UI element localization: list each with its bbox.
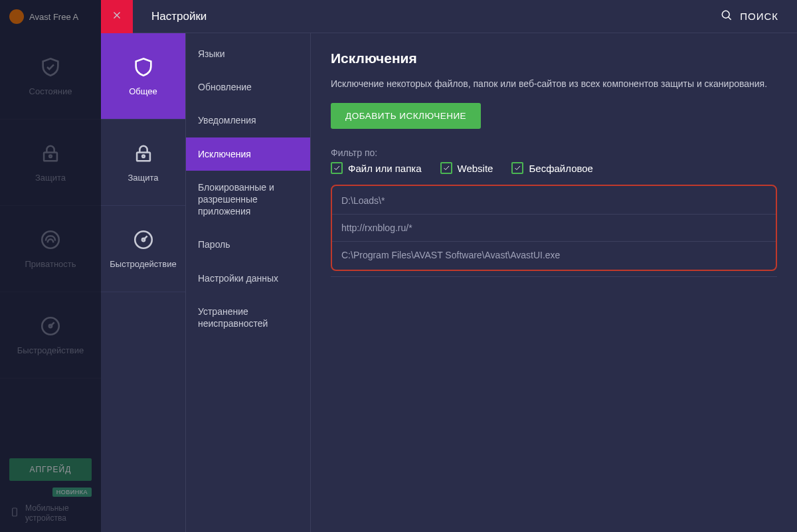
brand: Avast Free A [0,0,101,33]
nav-label: Защита [35,173,66,183]
nav-privacy[interactable]: Приватность [0,206,101,292]
fingerprint-icon [39,228,62,251]
shield-icon [132,56,155,78]
brand-label: Avast Free A [29,12,78,22]
category-label: Защита [128,173,158,183]
gauge-icon [132,228,155,251]
page-description: Исключение некоторых файлов, папок или в… [331,77,777,91]
category-label: Быстродействие [110,259,176,269]
settings-panel: Настройки ПОИСК Общее [101,0,797,532]
close-button[interactable] [101,0,133,33]
filter-file-folder[interactable]: Файл или папка [331,162,422,174]
exception-row[interactable]: http://rxnblog.ru/* [332,215,776,242]
settings-title: Настройки [151,10,720,23]
nav-label: Состояние [29,86,72,96]
list-divider [331,276,777,277]
phone-icon [9,507,20,519]
chip-label: Бесфайловое [529,163,593,174]
close-icon [111,9,123,24]
svg-point-8 [142,155,145,157]
mobile-devices-link[interactable]: Мобильные устройства [9,503,92,523]
sub-data-settings[interactable]: Настройки данных [186,262,310,295]
category-performance[interactable]: Быстродействие [101,206,185,292]
search-button[interactable]: ПОИСК [720,9,778,24]
svg-rect-5 [13,508,17,516]
main-nav: Avast Free A Состояние Защита Приватност… [0,0,101,532]
category-general[interactable]: Общее [101,33,185,120]
sub-exceptions[interactable]: Исключения [186,137,310,171]
filter-chips: Файл или папка Website Бесфайловое [331,162,777,174]
add-exception-button[interactable]: ДОБАВИТЬ ИСКЛЮЧЕНИЕ [331,103,481,129]
search-icon [720,9,733,24]
nav-status[interactable]: Состояние [0,33,101,120]
upgrade-button[interactable]: АПГРЕЙД [9,458,92,481]
new-badge: НОВИНКА [52,488,92,497]
mobile-label: Мобильные устройства [25,503,92,523]
checkbox-icon [440,162,452,174]
exception-row[interactable]: C:\Program Files\AVAST Software\Avast\Av… [332,242,776,268]
sub-notifications[interactable]: Уведомления [186,104,310,137]
checkbox-icon [331,162,343,174]
page-title: Исключения [331,50,777,66]
avast-logo-icon [9,9,24,24]
nav-label: Быстродействие [17,345,84,355]
search-label: ПОИСК [740,11,778,22]
filter-fileless[interactable]: Бесфайловое [511,162,593,174]
settings-subsections: Языки Обновление Уведомления Исключения … [186,33,311,532]
nav-performance[interactable]: Быстродействие [0,292,101,379]
nav-label: Приватность [25,259,76,269]
svg-point-6 [723,11,730,18]
settings-topbar: Настройки ПОИСК [101,0,797,33]
checkbox-icon [511,162,523,174]
filter-website[interactable]: Website [440,162,493,174]
chip-label: Website [458,163,493,174]
category-label: Общее [129,86,157,96]
shield-check-icon [39,56,62,78]
gauge-icon [39,315,62,337]
svg-point-1 [49,155,52,157]
sub-update[interactable]: Обновление [186,70,310,104]
settings-categories: Общее Защита Быстродействие [101,33,186,532]
filter-label: Фильтр по: [331,147,777,158]
lock-icon [39,142,62,165]
sub-troubleshoot[interactable]: Устранение неисправностей [186,295,310,340]
sub-blocked-apps[interactable]: Блокированные и разрешенные приложения [186,171,310,228]
chip-label: Файл или папка [348,163,422,174]
sub-languages[interactable]: Языки [186,37,310,70]
exception-row[interactable]: D:\Loads\* [332,187,776,215]
category-protection[interactable]: Защита [101,120,185,206]
lock-icon [132,142,155,165]
nav-protection[interactable]: Защита [0,120,101,206]
sub-password[interactable]: Пароль [186,228,310,261]
exception-list: D:\Loads\* http://rxnblog.ru/* C:\Progra… [331,185,777,271]
exceptions-panel: Исключения Исключение некоторых файлов, … [311,33,797,532]
